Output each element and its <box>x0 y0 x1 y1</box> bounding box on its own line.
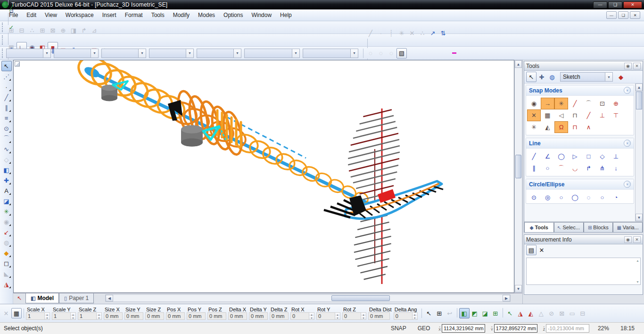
vector-2-button[interactable]: ⇅ <box>438 28 448 39</box>
spline-tool-button[interactable]: ∿ <box>1 144 12 154</box>
field-input[interactable]: 0 mm <box>228 312 247 320</box>
field-input[interactable]: 0 mm <box>187 312 206 320</box>
snap-nearest-button[interactable]: ◁ <box>554 109 568 121</box>
scroll-down-icon[interactable]: ▼ <box>636 280 639 284</box>
snap-target-tool-button[interactable]: ✳ <box>1 206 12 217</box>
palette-select-button[interactable]: ↖ <box>526 72 537 82</box>
snap-perpendicular-button[interactable]: ⊥ <box>595 109 609 121</box>
vector-1-button[interactable]: ↗ <box>428 28 438 39</box>
text-tool-button[interactable]: A <box>1 185 12 196</box>
stack-button[interactable]: △ <box>536 308 546 318</box>
property-combo-2[interactable]: ▼ <box>54 49 99 58</box>
eraser-tool-button[interactable]: ◍ <box>1 237 12 248</box>
snap-intersection-button[interactable]: ✕ <box>527 109 541 121</box>
property-combo-5[interactable]: ▼ <box>197 49 241 58</box>
box3d-tool-button[interactable]: ◧ <box>1 165 12 175</box>
snap-local-button[interactable]: ◭ <box>541 121 554 133</box>
snap-on-line-button[interactable]: ╱ <box>568 98 582 109</box>
mdi-minimize-button[interactable]: — <box>606 11 617 19</box>
snap-mid-button[interactable]: ∙ <box>376 28 386 39</box>
chevron-down-icon[interactable]: ▼ <box>605 73 612 81</box>
chevron-down-icon[interactable]: ▼ <box>292 49 299 58</box>
brush-tool-button[interactable]: ◆ <box>1 248 12 258</box>
link-coord-button[interactable]: ↩ <box>445 308 455 318</box>
select-2d-button[interactable]: ◭ <box>526 308 536 318</box>
field-input[interactable]: 0 mm <box>270 312 289 320</box>
collapse-chevron-icon[interactable]: « <box>624 181 631 188</box>
array-rect-button[interactable]: ⊟ <box>17 25 27 35</box>
drawing-canvas[interactable] <box>13 60 514 293</box>
pick-point-button[interactable]: ↖ <box>424 308 434 318</box>
maximize-button[interactable]: ❏ <box>608 1 622 8</box>
props-1-button[interactable]: ▭ <box>567 308 578 318</box>
circle-center-radius-button[interactable]: ⊙ <box>527 192 541 203</box>
circle-ghost-3-button[interactable]: ◌ <box>386 48 396 58</box>
palette-tab-tools[interactable]: ◆Tools <box>524 222 554 232</box>
point-tool-button[interactable]: · <box>1 82 12 92</box>
toolbar-grip[interactable] <box>2 35 4 45</box>
chevron-down-icon[interactable]: ▼ <box>138 49 146 58</box>
branch-line-button[interactable]: ⋔ <box>595 162 609 174</box>
project-button[interactable]: ⊿ <box>89 25 99 35</box>
mode-relative-button[interactable]: ⊞ <box>490 308 501 318</box>
scroll-up-icon[interactable]: ▲ <box>515 60 522 68</box>
field-input[interactable]: 0 mm <box>145 312 164 320</box>
scroll-up-icon[interactable]: ▲ <box>636 84 643 91</box>
field-input[interactable]: 0 mm <box>207 312 226 320</box>
measure-delete-button[interactable]: ✕ <box>537 245 547 255</box>
align-button[interactable]: ↱ <box>79 25 89 35</box>
toolbar-grip[interactable] <box>2 23 4 32</box>
part-tool-button[interactable]: ◮ <box>1 279 12 289</box>
measurement-output-area[interactable]: ▲ ▼ <box>526 258 641 285</box>
circle-tool-button[interactable]: ⊙ <box>1 123 12 134</box>
move-tool-button[interactable]: ✚ <box>1 175 12 185</box>
collapse-chevron-icon[interactable]: « <box>624 87 631 94</box>
array-grid-button[interactable]: ⊠ <box>48 25 58 35</box>
snap-tangent-button[interactable]: ╱ <box>582 109 595 121</box>
solid-tool-button[interactable]: ◇ <box>1 154 12 165</box>
spinner[interactable]: ▲▼ <box>413 312 418 320</box>
property-combo-7[interactable]: ▼ <box>303 49 358 58</box>
line-tool-button[interactable]: ╱ <box>1 92 12 102</box>
snap-indicator-icon[interactable]: ↖ <box>13 293 25 303</box>
hscroll-thumb[interactable] <box>331 295 390 301</box>
array-circular-button[interactable]: ∴ <box>27 25 37 35</box>
vertical-scrollbar[interactable]: ▲ ▼ <box>514 60 522 293</box>
array-copy-button[interactable]: ⊞ <box>6 25 17 35</box>
arc-tool-button[interactable]: ⌒ <box>1 134 12 144</box>
chevron-down-icon[interactable]: ▼ <box>233 49 241 58</box>
select-arrow-button[interactable]: ↖ <box>505 308 515 318</box>
palette-scroll-thumb[interactable] <box>636 92 642 109</box>
select-3d-button[interactable]: ◮ <box>515 308 526 318</box>
snap-near-button[interactable]: ✕ <box>407 28 417 39</box>
snap-angle-button[interactable]: ∧ <box>582 121 595 133</box>
palette-close-icon[interactable]: ✕ <box>633 63 641 69</box>
array-polar-button[interactable]: ⊕ <box>58 25 68 35</box>
copy-coord-button[interactable]: ⊞ <box>434 308 445 318</box>
menu-options[interactable]: Options <box>219 10 247 20</box>
tangent-to-circle-button[interactable]: ○ <box>541 162 554 174</box>
spinner[interactable]: ▲▼ <box>97 312 102 320</box>
circle-2point-button[interactable]: ○ <box>554 192 568 203</box>
mirror-3d-button[interactable]: ◨ <box>68 25 79 35</box>
chevron-down-icon[interactable]: ▼ <box>350 49 358 58</box>
chevron-down-icon[interactable]: ▼ <box>43 49 50 58</box>
hatch-circle-button[interactable]: ▧ <box>396 48 407 58</box>
expand-button[interactable]: ⊠ <box>557 308 567 318</box>
menu-help[interactable]: Help <box>276 10 296 20</box>
field-input[interactable]: 0 mm <box>104 312 123 320</box>
spinner[interactable]: ▲▼ <box>71 312 76 320</box>
multiline-node-button[interactable]: ↓ <box>609 162 623 174</box>
pin-icon[interactable]: ◉ <box>624 236 632 243</box>
snap-quadrant-button[interactable]: ⊕ <box>609 98 623 109</box>
scroll-down-icon[interactable]: ▼ <box>636 214 643 221</box>
snap-facet-button[interactable]: ⊓ <box>568 109 582 121</box>
geo-toggle[interactable]: GEO <box>412 325 436 332</box>
tab-model[interactable]: ◧ Model <box>25 293 59 303</box>
tab-paper1[interactable]: ▯ Paper 1 <box>59 293 94 303</box>
coord-clear-button[interactable]: ✕ <box>1 308 11 318</box>
palette-snap-select-button[interactable]: ✚ <box>537 72 547 82</box>
field-input[interactable]: 0 <box>290 312 309 320</box>
palette-scrollbar[interactable]: ▲ ▼ <box>635 84 643 221</box>
mode-cplane-button[interactable]: ◪ <box>480 308 490 318</box>
